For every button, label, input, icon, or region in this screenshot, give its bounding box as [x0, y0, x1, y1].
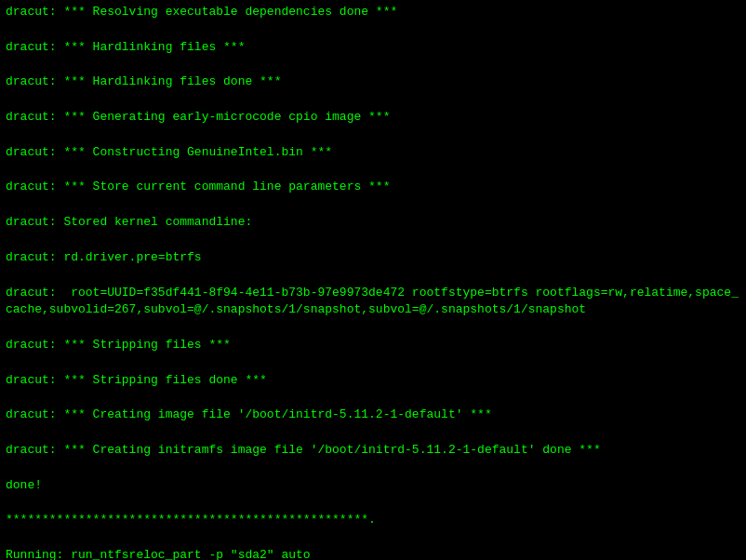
terminal-line: done!	[6, 477, 740, 495]
terminal-line: dracut: *** Creating image file '/boot/i…	[6, 407, 740, 424]
terminal-line: dracut: Stored kernel commandline:	[6, 214, 740, 232]
terminal-line: dracut: *** Constructing GenuineIntel.bi…	[6, 144, 740, 162]
terminal-line: dracut: *** Creating initramfs image fil…	[6, 442, 740, 460]
terminal-line: Running: run_ntfsreloc_part -p "sda2" au…	[6, 547, 740, 560]
terminal-line: dracut: *** Generating early-microcode c…	[6, 109, 740, 127]
terminal-line: dracut: *** Stripping files done ***	[6, 372, 740, 390]
terminal-line: dracut: *** Hardlinking files ***	[6, 39, 740, 57]
terminal-line: ****************************************…	[6, 512, 740, 529]
terminal-line: dracut: *** Hardlinking files done ***	[6, 73, 740, 91]
terminal-output: dracut: *** Resolving executable depende…	[0, 0, 746, 560]
terminal-line: dracut: rd.driver.pre=btrfs	[6, 249, 740, 267]
terminal-line: dracut: *** Store current command line p…	[6, 179, 740, 196]
terminal-line: dracut: *** Stripping files ***	[6, 337, 740, 354]
terminal-line: dracut: *** Resolving executable depende…	[6, 4, 740, 21]
terminal-line: dracut: root=UUID=f35df441-8f94-4e11-b73…	[6, 285, 740, 320]
